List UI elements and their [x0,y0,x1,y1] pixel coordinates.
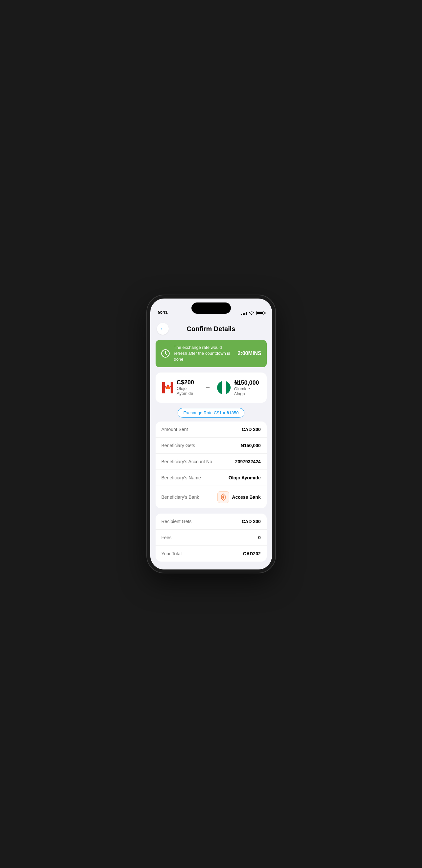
summary-card: Recipient Gets CAD 200 Fees 0 Your Total… [156,514,267,562]
sender-info: C$200 Olojo Ayomide [177,379,198,396]
detail-value-beneficiary-bank: Access Bank [232,495,261,500]
exchange-rate-container: Exchange Rate C$1 = ₦1850 [150,408,272,417]
receiver-amount: ₦150,000 [234,379,260,386]
svg-point-10 [223,496,224,498]
page-title: Confirm Details [169,325,253,333]
detail-label-beneficiary-name: Beneficiary's Name [161,475,201,480]
svg-text:🍁: 🍁 [164,384,171,391]
wifi-icon [249,311,254,315]
access-bank-icon [219,493,227,501]
detail-row-your-total: Your Total CAD202 [156,546,267,562]
transfer-arrow-icon: → [205,384,211,391]
sender-side: 🍁 C$200 Olojo Ayomide [162,379,198,396]
timer-banner: The exchange rate would refresh after th… [156,340,267,367]
detail-row-fees: Fees 0 [156,530,267,546]
screen-content[interactable]: ← Confirm Details The exchange rate woul… [150,318,272,569]
detail-value-beneficiary-gets: N150,000 [241,443,261,448]
nigeria-flag-icon [217,380,231,395]
receiver-side: ₦150,000 Olumide Alaga [217,379,260,396]
detail-row-beneficiary-bank: Beneficiary's Bank Access Bank [156,486,267,508]
transfer-card: 🍁 C$200 Olojo Ayomide → [156,373,267,403]
status-time: 9:41 [158,309,168,315]
status-icons [241,311,264,315]
timer-countdown: 2:00MINS [238,350,261,356]
receiver-name: Olumide Alaga [234,386,260,396]
detail-label-fees: Fees [161,535,172,540]
detail-value-amount-sent: CAD 200 [242,427,261,432]
sender-name: Olojo Ayomide [177,386,198,396]
detail-label-your-total: Your Total [161,551,182,556]
detail-label-beneficiary-gets: Beneficiary Gets [161,443,195,448]
detail-row-account-no: Beneficiary's Account No 2097932424 [156,454,267,470]
receiver-info: ₦150,000 Olumide Alaga [234,379,260,396]
timer-message: The exchange rate would refresh after th… [174,345,234,363]
access-bank-logo [217,491,229,503]
phone-frame: 9:41 ← Confirm Details [147,295,275,573]
detail-value-beneficiary-name: Olojo Ayomide [229,475,261,480]
exchange-rate-badge: Exchange Rate C$1 = ₦1850 [178,408,244,417]
header: ← Confirm Details [150,318,272,339]
back-arrow-icon: ← [160,326,165,332]
detail-label-beneficiary-bank: Beneficiary's Bank [161,495,199,500]
bank-value: Access Bank [217,491,261,503]
detail-value-fees: 0 [258,535,261,540]
svg-rect-8 [217,381,222,394]
signal-bars-icon [241,311,247,315]
detail-value-your-total: CAD202 [243,551,261,556]
detail-row-beneficiary-name: Beneficiary's Name Olojo Ayomide [156,470,267,486]
canada-flag-icon: 🍁 [162,380,173,395]
back-button[interactable]: ← [157,323,169,335]
detail-value-account-no: 2097932424 [235,459,261,464]
detail-label-amount-sent: Amount Sent [161,427,188,432]
detail-label-recipient-gets: Recipient Gets [161,519,192,524]
svg-rect-9 [226,381,231,394]
sender-amount: C$200 [177,379,198,386]
detail-label-account-no: Beneficiary's Account No [161,459,212,464]
battery-icon [256,311,264,315]
clock-icon [161,349,170,358]
details-card: Amount Sent CAD 200 Beneficiary Gets N15… [156,422,267,508]
detail-value-recipient-gets: CAD 200 [242,519,261,524]
detail-row-amount-sent: Amount Sent CAD 200 [156,422,267,438]
detail-row-recipient-gets: Recipient Gets CAD 200 [156,514,267,530]
dynamic-island [191,303,231,314]
detail-row-beneficiary-gets: Beneficiary Gets N150,000 [156,438,267,454]
